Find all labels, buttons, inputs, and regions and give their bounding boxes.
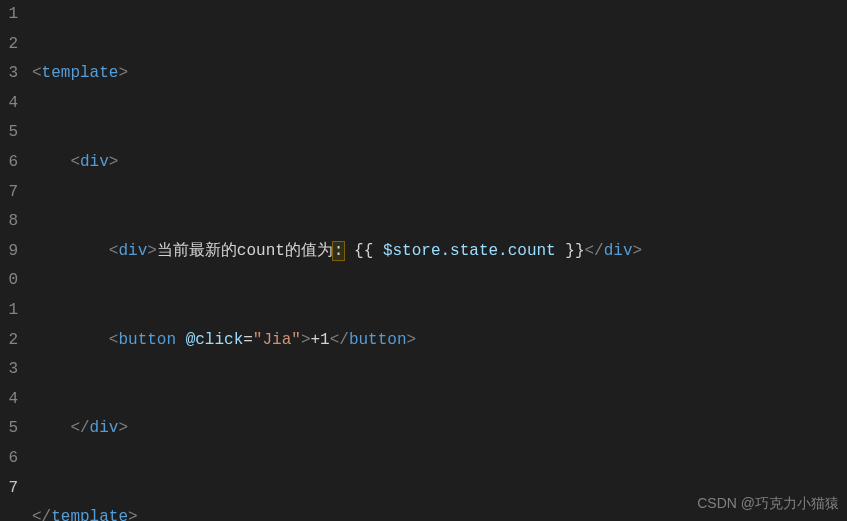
code-line[interactable]: <div> xyxy=(32,148,847,178)
line-number: 3 xyxy=(0,355,18,385)
selection-highlight: : xyxy=(333,242,345,260)
code-line[interactable]: <template> xyxy=(32,59,847,89)
line-number: 2 xyxy=(0,326,18,356)
line-number: 6 xyxy=(0,444,18,474)
line-number: 7 xyxy=(0,178,18,208)
code-line[interactable]: <button @click="Jia">+1</button> xyxy=(32,326,847,356)
line-number-current: 7 xyxy=(0,474,18,504)
line-number: 5 xyxy=(0,118,18,148)
line-number: 4 xyxy=(0,89,18,119)
line-number: 1 xyxy=(0,0,18,30)
code-line[interactable]: </div> xyxy=(32,414,847,444)
line-number: 9 xyxy=(0,237,18,267)
line-number-gutter: 1 2 3 4 5 6 7 8 9 0 1 2 3 4 5 6 7 xyxy=(0,0,32,521)
code-area[interactable]: <template> <div> <div>当前最新的count的值为: {{ … xyxy=(32,0,847,521)
line-number: 8 xyxy=(0,207,18,237)
line-number: 4 xyxy=(0,385,18,415)
code-editor[interactable]: 1 2 3 4 5 6 7 8 9 0 1 2 3 4 5 6 7 <templ… xyxy=(0,0,847,521)
line-number: 0 xyxy=(0,266,18,296)
line-number: 2 xyxy=(0,30,18,60)
line-number: 5 xyxy=(0,414,18,444)
line-number: 3 xyxy=(0,59,18,89)
line-number: 6 xyxy=(0,148,18,178)
line-number: 1 xyxy=(0,296,18,326)
watermark-text: CSDN @巧克力小猫猿 xyxy=(697,491,839,517)
code-line[interactable]: <div>当前最新的count的值为: {{ $store.state.coun… xyxy=(32,237,847,267)
